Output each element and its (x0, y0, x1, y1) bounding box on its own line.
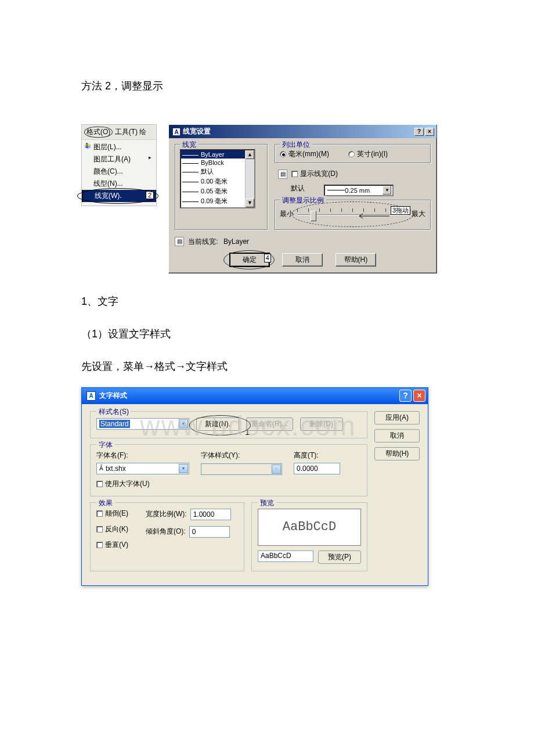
text-style-dialog: www.bdocx.com A 文字样式 ? × 样式名(S) Standard (81, 387, 428, 586)
menu-item-lineweight[interactable]: 线宽(W). 2 (82, 190, 156, 202)
height-input[interactable]: 0.0000 (294, 463, 340, 474)
help-button[interactable]: ? (399, 390, 412, 402)
dialog-titlebar: A 线宽设置 ? × (169, 125, 436, 138)
slider-thumb[interactable] (311, 211, 316, 221)
font-name-select[interactable]: A͋ txt.shx ▾ (96, 463, 189, 474)
cancel-button[interactable]: 取消 (374, 429, 420, 442)
group-effect-legend: 效果 (96, 498, 115, 508)
dialog-title: 文字样式 (99, 391, 127, 401)
current-icon: ▤ (175, 237, 184, 246)
height-label: 高度(T): (294, 451, 340, 460)
cancel-button[interactable]: 取消 (282, 253, 323, 267)
group-style-name-legend: 样式名(S) (96, 407, 131, 417)
app-icon: A (86, 391, 96, 401)
default-lineweight-select[interactable]: 0.25 mm ▼ (324, 185, 394, 196)
section-1-body: 先设置，菜单→格式→文字样式 (81, 356, 453, 377)
list-item[interactable]: 0.09 毫米 (181, 196, 254, 206)
annot-1-new: 1 (245, 427, 250, 437)
chevron-down-icon: ▾ (179, 419, 188, 429)
group-preview-legend: 预览 (258, 498, 276, 508)
check-big-font[interactable]: 使用大字体(U) (96, 479, 150, 489)
chevron-down-icon: ▾ (272, 465, 281, 474)
scale-min-label: 最小 (280, 209, 294, 219)
font-style-select[interactable]: ▾ (201, 463, 282, 475)
checkbox-icon (291, 171, 298, 177)
radio-inch[interactable]: 英寸(in)(I) (348, 149, 388, 159)
oblique-label: 倾斜角度(O): (146, 527, 186, 537)
style-name-select[interactable]: Standard ▾ (96, 418, 189, 430)
group-units-legend: 列出单位 (280, 140, 312, 150)
annot-1: 1 (85, 142, 89, 149)
help-button[interactable]: 帮助(H) (335, 253, 377, 267)
annot-4: 4 (264, 254, 271, 262)
section-1-sub: （1）设置文字样式 (81, 323, 453, 344)
width-ratio-label: 宽度比例(W): (146, 509, 187, 519)
lineweight-list[interactable]: ByLayer ByBlock 默认 0.00 毫米 0.05 毫米 0.09 … (180, 149, 255, 208)
list-item[interactable]: 0.05 毫米 (181, 186, 254, 196)
menu-bar: 格式(O) 工具(T) 绘 (82, 125, 156, 140)
scroll-down-icon[interactable]: ▼ (246, 199, 254, 207)
menu-item-label: 图层(L)... (93, 143, 122, 151)
arrow-left-icon (356, 213, 391, 219)
font-style-label: 字体样式(Y): (201, 451, 282, 460)
preview-button[interactable]: 预览(P) (318, 550, 361, 564)
checkbox-icon (96, 481, 103, 487)
menu-item-layer[interactable]: 1 图层(L)... (82, 141, 156, 153)
dialog-titlebar: A 文字样式 ? × (82, 388, 428, 404)
width-ratio-input[interactable]: 1.0000 (190, 509, 231, 520)
menu-item-label: 线宽(W). (95, 192, 122, 200)
annot-3-drag: 3拖动 (391, 206, 410, 215)
current-lw-label: 当前线宽: (188, 237, 218, 246)
menu-item-label: 线型(N)... (93, 179, 123, 188)
menu-extra[interactable]: 绘 (139, 128, 146, 136)
shx-icon: A͋ (99, 465, 103, 471)
checkbox-icon (96, 526, 103, 532)
group-lineweight-legend: 线宽 (180, 140, 199, 150)
section-1: 1、文字 (81, 291, 453, 312)
list-item[interactable]: ByLayer (181, 150, 254, 159)
display-icon: ▤ (278, 170, 287, 179)
menu-item-layer-tools[interactable]: 图层工具(A) ▸ (82, 153, 156, 165)
close-button[interactable]: × (413, 390, 425, 402)
lineweight-dialog: A 线宽设置 ? × 线宽 ByLayer ByBlock 默认 (168, 124, 437, 273)
default-label: 默认 (291, 184, 305, 192)
check-show-lineweight[interactable]: 显示线宽(D) (291, 169, 338, 179)
scrollbar[interactable]: ▲ ▼ (245, 150, 254, 207)
delete-button[interactable]: 删除(D) (300, 417, 343, 431)
app-icon: A (172, 128, 181, 136)
menu-item-linetype[interactable]: 线型(N)... (82, 178, 156, 190)
check-upside[interactable]: 颠倒(E) (96, 509, 128, 519)
menu-tools[interactable]: 工具(T) (115, 128, 138, 136)
new-button[interactable]: 新建(N). (196, 417, 239, 431)
menu-item-label: 颜色(C)... (93, 167, 123, 175)
radio-icon (280, 151, 286, 157)
checkbox-icon (96, 510, 103, 517)
menu-item-color[interactable]: 颜色(C)... (82, 165, 156, 178)
close-button[interactable]: × (425, 128, 434, 136)
list-item[interactable]: ByBlock (181, 159, 254, 167)
checkbox-icon (96, 542, 103, 548)
list-item[interactable]: 0.00 毫米 (181, 177, 254, 186)
scale-max-label: 最大 (412, 209, 425, 219)
apply-button[interactable]: 应用(A) (374, 411, 420, 424)
current-lw-value: ByLayer (223, 237, 249, 246)
help-button[interactable]: 帮助(H) (374, 447, 420, 460)
list-item[interactable]: 默认 (181, 167, 254, 177)
group-scale-legend: 调整显示比例 (280, 196, 326, 206)
menu-format[interactable]: 格式(O) (84, 127, 113, 138)
check-vertical[interactable]: 垂直(V) (96, 540, 128, 550)
help-button[interactable]: ? (414, 128, 424, 136)
method-heading: 方法 2，调整显示 (81, 75, 453, 96)
font-name-label: 字体名(F): (96, 451, 189, 460)
preview-input[interactable]: AaBbCcD (258, 550, 313, 562)
annot-2: 2 (146, 191, 154, 199)
chevron-down-icon: ▼ (383, 186, 391, 195)
oblique-input[interactable]: 0 (189, 526, 230, 538)
rename-button[interactable]: 重命名(R)... (246, 417, 293, 431)
scroll-up-icon[interactable]: ▲ (246, 150, 254, 159)
check-backward[interactable]: 反向(K) (96, 524, 128, 534)
radio-icon (348, 151, 355, 157)
format-menu: 格式(O) 工具(T) 绘 1 图层(L)... 图层工具(A) ▸ 颜色(C)… (81, 124, 157, 206)
radio-mm[interactable]: 毫米(mm)(M) (280, 149, 329, 159)
dialog-title: 线宽设置 (183, 127, 211, 136)
